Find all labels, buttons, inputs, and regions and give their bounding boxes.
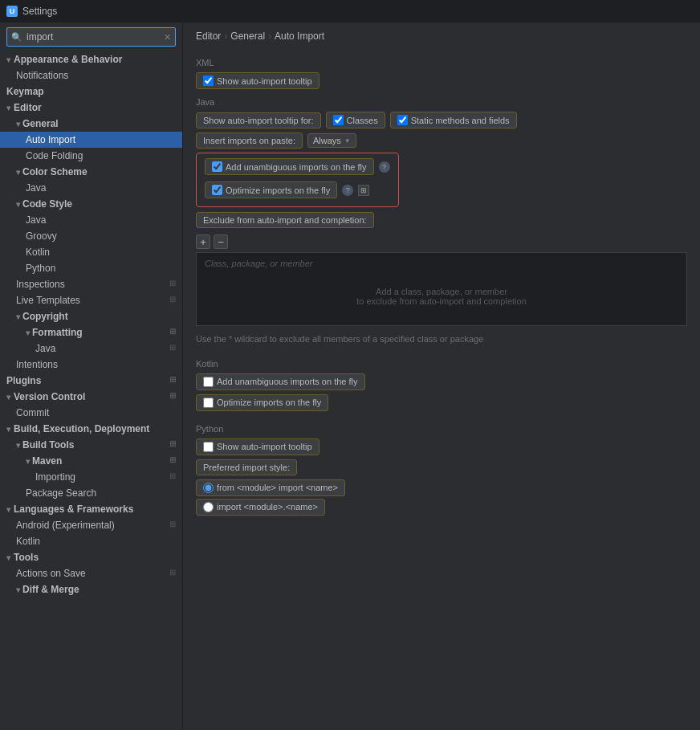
python-from-module-btn[interactable]: from <module> import <name> xyxy=(196,479,345,496)
sidebar-item-cs-groovy[interactable]: Groovy xyxy=(0,228,182,244)
search-icon: 🔍 xyxy=(11,32,22,43)
sidebar-item-version-control[interactable]: ▾Version Control ⊞ xyxy=(0,389,182,405)
sidebar-item-plugins[interactable]: Plugins ⊞ xyxy=(0,373,182,389)
sidebar-item-formatting[interactable]: ▾Formatting ⊞ xyxy=(0,324,182,341)
content-body: XML Show auto-import tooltip Java Show a… xyxy=(183,47,700,531)
sidebar-item-notifications[interactable]: Notifications xyxy=(0,67,182,84)
sidebar-item-fmt-java[interactable]: Java ⊞ xyxy=(0,341,182,357)
kotlin-optimize-imports-checkbox[interactable] xyxy=(203,398,214,408)
sidebar-item-cs-kotlin[interactable]: Kotlin xyxy=(0,244,182,260)
python-from-module-label[interactable]: from <module> import <name> xyxy=(217,483,338,492)
python-show-tooltip-btn[interactable]: Show auto-import tooltip xyxy=(196,438,319,455)
sidebar: 🔍 ✕ ▾Appearance & Behavior Notifications… xyxy=(0,22,183,730)
java-optimize-imports-label[interactable]: Optimize imports on the fly xyxy=(226,186,330,195)
java-section-label: Java xyxy=(196,97,687,107)
java-optimize-imports-btn[interactable]: Optimize imports on the fly xyxy=(205,181,337,198)
sidebar-item-intentions[interactable]: Intentions xyxy=(0,357,182,373)
sidebar-item-build-exec[interactable]: ▾Build, Execution, Deployment xyxy=(0,421,182,437)
search-box[interactable]: 🔍 ✕ xyxy=(6,27,176,47)
sidebar-item-auto-import[interactable]: Auto Import xyxy=(0,132,182,148)
sidebar-item-code-folding[interactable]: Code Folding xyxy=(0,148,182,164)
java-insert-imports-dropdown[interactable]: Always xyxy=(307,133,356,148)
java-add-unambiguous-label[interactable]: Add unambiguous imports on the fly xyxy=(226,162,367,172)
sidebar-item-appearance[interactable]: ▾Appearance & Behavior xyxy=(0,51,182,67)
java-insert-imports-label: Insert imports on paste: xyxy=(196,133,303,149)
python-show-tooltip-row: Show auto-import tooltip xyxy=(196,438,687,455)
kotlin-optimize-imports-btn[interactable]: Optimize imports on the fly xyxy=(196,394,328,411)
sidebar-item-editor[interactable]: ▾Editor xyxy=(0,100,182,116)
python-show-tooltip-label[interactable]: Show auto-import tooltip xyxy=(217,442,312,451)
sidebar-item-lang-frameworks[interactable]: ▾Languages & Frameworks xyxy=(0,501,182,517)
sidebar-item-live-templates[interactable]: Live Templates ⊞ xyxy=(0,292,182,308)
xml-show-tooltip-label[interactable]: Show auto-import tooltip xyxy=(217,76,312,86)
sidebar-item-keymap[interactable]: Keymap xyxy=(0,84,182,100)
java-optimize-copy-icon[interactable]: ⊞ xyxy=(358,185,369,196)
add-exclude-button[interactable]: + xyxy=(196,234,210,249)
external-icon: ⊞ xyxy=(169,391,176,400)
java-add-unambiguous-checkbox[interactable] xyxy=(212,161,222,172)
search-input[interactable] xyxy=(6,27,176,47)
sidebar-item-tools[interactable]: ▾Tools xyxy=(0,549,182,565)
java-classes-checkbox[interactable] xyxy=(333,115,344,125)
sidebar-item-package-search[interactable]: Package Search xyxy=(0,485,182,501)
sidebar-item-inspections[interactable]: Inspections ⊞ xyxy=(0,276,182,292)
external-icon: ⊞ xyxy=(169,471,176,480)
kotlin-optimize-imports-label[interactable]: Optimize imports on the fly xyxy=(217,398,321,407)
breadcrumb: Editor › General › Auto Import xyxy=(183,22,700,47)
exclude-header-label: Exclude from auto-import and completion: xyxy=(196,212,374,228)
java-add-unambiguous-help-icon[interactable]: ? xyxy=(379,161,390,173)
kotlin-add-unambiguous-row: Add unambiguous imports on the fly xyxy=(196,373,687,390)
external-icon: ⊞ xyxy=(169,295,176,304)
sidebar-item-importing[interactable]: Importing ⊞ xyxy=(0,469,182,485)
sidebar-item-maven[interactable]: ▾Maven ⊞ xyxy=(0,453,182,469)
sidebar-item-diff-merge[interactable]: ▾Diff & Merge xyxy=(0,581,182,597)
python-show-tooltip-checkbox[interactable] xyxy=(203,442,214,452)
java-static-btn[interactable]: Static methods and fields xyxy=(390,112,517,128)
exclude-section: Exclude from auto-import and completion:… xyxy=(196,212,687,346)
python-import-module-label[interactable]: import <module>.<name> xyxy=(217,502,318,512)
sidebar-item-lf-kotlin[interactable]: Kotlin xyxy=(0,533,182,549)
python-preferred-style-row: Preferred import style: xyxy=(196,459,687,475)
kotlin-add-unambiguous-checkbox[interactable] xyxy=(203,377,214,387)
settings-dialog: 🔍 ✕ ▾Appearance & Behavior Notifications… xyxy=(0,22,700,730)
exclude-tools: + − xyxy=(196,234,687,249)
sidebar-item-cs-python[interactable]: Python xyxy=(0,260,182,276)
kotlin-add-unambiguous-label[interactable]: Add unambiguous imports on the fly xyxy=(217,377,358,386)
xml-show-tooltip-checkbox[interactable] xyxy=(203,75,214,86)
python-import-module-btn[interactable]: import <module>.<name> xyxy=(196,499,325,516)
search-clear-icon[interactable]: ✕ xyxy=(164,32,171,43)
exclude-empty-hint: Add a class, package, or member to exclu… xyxy=(200,271,683,322)
java-add-unambiguous-btn[interactable]: Add unambiguous imports on the fly xyxy=(205,158,374,175)
java-classes-btn[interactable]: Classes xyxy=(326,112,385,128)
kotlin-add-unambiguous-btn[interactable]: Add unambiguous imports on the fly xyxy=(196,373,365,390)
python-section-label: Python xyxy=(196,424,687,434)
java-classes-label[interactable]: Classes xyxy=(347,116,378,125)
python-from-module-radio[interactable] xyxy=(203,483,214,493)
java-static-checkbox[interactable] xyxy=(397,115,408,125)
kotlin-section-label: Kotlin xyxy=(196,359,687,369)
breadcrumb-auto-import: Auto Import xyxy=(275,31,324,42)
sidebar-item-build-tools[interactable]: ▾Build Tools ⊞ xyxy=(0,437,182,453)
sidebar-item-copyright[interactable]: ▾Copyright xyxy=(0,308,182,324)
highlight-box: Add unambiguous imports on the fly ? Opt… xyxy=(196,153,399,207)
sidebar-item-cs-java[interactable]: Java xyxy=(0,180,182,196)
window-title: Settings xyxy=(22,6,57,17)
sidebar-item-android[interactable]: Android (Experimental) ⊞ xyxy=(0,517,182,533)
sidebar-item-commit[interactable]: Commit xyxy=(0,405,182,421)
title-bar: U Settings xyxy=(0,0,700,22)
java-insert-imports-row: Insert imports on paste: Always xyxy=(196,133,687,149)
nav-tree: ▾Appearance & Behavior Notifications Key… xyxy=(0,51,182,730)
python-import-module-radio[interactable] xyxy=(203,502,214,512)
java-show-tooltip-for-label: Show auto-import tooltip for: xyxy=(196,112,321,128)
java-optimize-imports-checkbox[interactable] xyxy=(212,185,222,195)
java-static-label[interactable]: Static methods and fields xyxy=(411,116,510,125)
breadcrumb-editor: Editor xyxy=(196,31,221,42)
java-optimize-help-icon[interactable]: ? xyxy=(342,185,353,196)
sidebar-item-actions-on-save[interactable]: Actions on Save ⊞ xyxy=(0,565,182,581)
sidebar-item-code-style[interactable]: ▾Code Style xyxy=(0,196,182,212)
sidebar-item-general[interactable]: ▾General xyxy=(0,116,182,132)
remove-exclude-button[interactable]: − xyxy=(214,234,228,249)
xml-show-tooltip-btn[interactable]: Show auto-import tooltip xyxy=(196,72,319,89)
sidebar-item-cs2-java[interactable]: Java xyxy=(0,212,182,228)
sidebar-item-color-scheme[interactable]: ▾Color Scheme xyxy=(0,164,182,180)
